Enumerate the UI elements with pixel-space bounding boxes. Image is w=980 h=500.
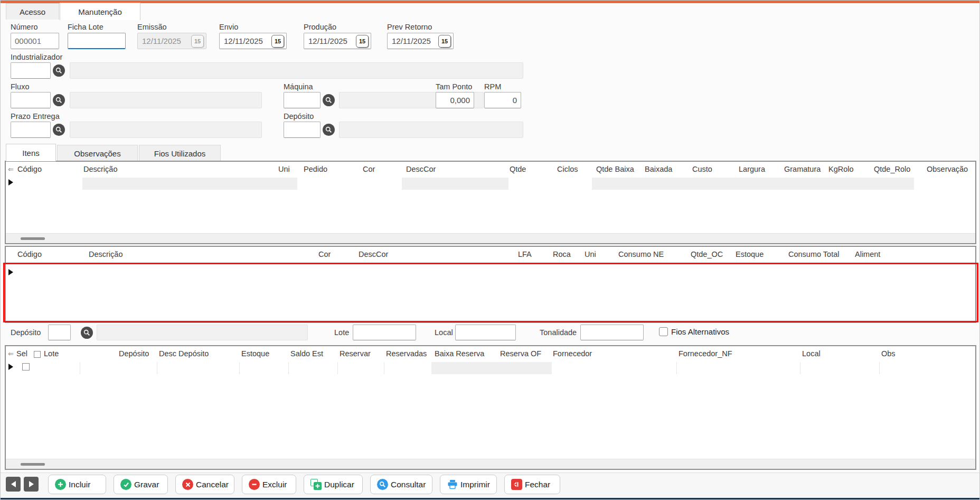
fluxo-search-icon[interactable] <box>53 94 65 106</box>
col-uni[interactable]: Uni <box>278 165 290 173</box>
col-desccor[interactable]: DescCor <box>406 165 436 173</box>
maquina-search-icon[interactable] <box>323 94 335 106</box>
col-obs[interactable]: Obs <box>881 349 896 358</box>
maquina-code-field[interactable] <box>284 92 321 108</box>
col-ciclos[interactable]: Ciclos <box>557 165 578 173</box>
col-fios-cor[interactable]: Cor <box>318 250 331 258</box>
grid-reservas-hscrollbar-thumb[interactable] <box>21 463 45 466</box>
deposito-code-field[interactable] <box>284 122 321 138</box>
envio-field[interactable]: 12/11/2025 15 <box>219 33 287 49</box>
industrializador-search-icon[interactable] <box>53 64 65 77</box>
col-res-desc-deposito[interactable]: Desc Depósito <box>159 349 209 358</box>
grid-reservas[interactable]: ⇐ Sel Lote Depósito Desc Depósito Estoqu… <box>5 345 976 470</box>
lote-field[interactable] <box>353 325 416 340</box>
tonalidade-field[interactable] <box>580 325 644 340</box>
imprimir-button[interactable]: Imprimir <box>440 475 497 494</box>
consultar-button[interactable]: Consultar <box>370 475 432 494</box>
emissao-field: 12/11/2025 15 <box>137 33 206 49</box>
duplicar-button[interactable]: Duplicar <box>304 475 363 494</box>
grid-reservas-hscrollbar[interactable] <box>6 459 975 469</box>
prazo-entrega-search-icon[interactable] <box>53 124 65 136</box>
fechar-button[interactable]: Fechar <box>504 475 560 494</box>
col-fios-qtde-oc[interactable]: Qtde_OC <box>691 250 723 258</box>
col-custo[interactable]: Custo <box>692 165 712 173</box>
col-reservar[interactable]: Reservar <box>340 349 371 358</box>
grid-line <box>239 362 240 374</box>
producao-calendar-icon[interactable]: 15 <box>356 35 369 48</box>
col-gramatura[interactable]: Gramatura <box>784 165 821 173</box>
col-codigo[interactable]: Código <box>17 165 42 173</box>
col-fios-consumo-total[interactable]: Consumo Total <box>788 250 839 258</box>
producao-field[interactable]: 12/11/2025 15 <box>304 33 371 49</box>
col-qtde-rolo[interactable]: Qtde_Rolo <box>874 165 910 173</box>
ficha-lote-field[interactable] <box>68 33 126 49</box>
grid-itens-hscrollbar-thumb[interactable] <box>21 237 45 240</box>
cancelar-button[interactable]: Cancelar <box>175 475 234 494</box>
grid-itens-hscrollbar[interactable] <box>6 233 975 243</box>
col-res-estoque[interactable]: Estoque <box>241 349 269 358</box>
col-fios-uni[interactable]: Uni <box>585 250 596 258</box>
emissao-calendar-icon: 15 <box>191 35 204 48</box>
col-sel[interactable]: Sel <box>16 349 27 358</box>
col-fios-lfa[interactable]: LFA <box>518 250 532 258</box>
col-baixa-reserva[interactable]: Baixa Reserva <box>435 349 484 358</box>
next-record-button[interactable] <box>24 477 39 492</box>
col-fios-consumo-ne[interactable]: Consumo NE <box>618 250 664 258</box>
prev-retorno-field[interactable]: 12/11/2025 15 <box>387 33 454 49</box>
reserva-deposito-search-icon[interactable] <box>81 327 93 339</box>
select-all-checkbox[interactable] <box>34 351 41 358</box>
col-res-lote[interactable]: Lote <box>44 349 59 358</box>
col-fornecedor[interactable]: Fornecedor <box>553 349 592 358</box>
grid-line <box>157 362 157 374</box>
col-qtde[interactable]: Qtde <box>510 165 526 173</box>
col-fornecedor-nf[interactable]: Fornecedor_NF <box>679 349 732 358</box>
col-fios-roca[interactable]: Roca <box>553 250 571 258</box>
fios-alternativos-checkbox[interactable] <box>659 327 668 336</box>
reserva-deposito-description-field <box>97 325 308 340</box>
grid-line <box>80 362 80 374</box>
tab-itens[interactable]: Itens <box>6 144 56 161</box>
tab-manutencao[interactable]: Manutenção <box>60 3 140 20</box>
tab-observacoes[interactable]: Observações <box>57 145 138 161</box>
col-fios-estoque[interactable]: Estoque <box>736 250 764 258</box>
numero-field[interactable] <box>11 33 59 49</box>
col-cor[interactable]: Cor <box>363 165 375 173</box>
reserva-deposito-code-field[interactable] <box>48 325 71 340</box>
industrializador-code-field[interactable] <box>11 62 51 79</box>
prazo-entrega-label: Prazo Entrega <box>11 112 60 121</box>
consultar-label: Consultar <box>391 480 426 489</box>
envio-calendar-icon[interactable]: 15 <box>271 35 284 48</box>
col-baixada[interactable]: Baixada <box>645 165 672 173</box>
col-fios-aliment[interactable]: Aliment <box>855 250 880 258</box>
col-descricao[interactable]: Descrição <box>83 165 117 173</box>
col-kgrolo[interactable]: KgRolo <box>828 165 854 173</box>
tam-ponto-field[interactable] <box>436 92 474 108</box>
rpm-field[interactable] <box>484 92 521 108</box>
tab-acesso[interactable]: Acesso <box>6 3 59 20</box>
deposito-search-icon[interactable] <box>323 124 335 136</box>
grid-itens[interactable]: ⇐ Código Descrição Uni Pedido Cor DescCo… <box>5 161 976 244</box>
envio-value: 12/11/2025 <box>224 36 263 45</box>
col-res-deposito[interactable]: Depósito <box>119 349 149 358</box>
tab-fios-utilizados[interactable]: Fios Utilizados <box>139 145 221 161</box>
incluir-button[interactable]: Incluir <box>48 475 106 494</box>
col-reservadas[interactable]: Reservadas <box>386 349 427 358</box>
excluir-button[interactable]: Excluir <box>242 475 296 494</box>
col-qtde-baixa[interactable]: Qtde Baixa <box>596 165 634 173</box>
col-saldo-est[interactable]: Saldo Est <box>290 349 323 358</box>
fluxo-code-field[interactable] <box>11 92 51 108</box>
prazo-entrega-code-field[interactable] <box>11 122 51 138</box>
prev-retorno-calendar-icon[interactable]: 15 <box>438 35 451 48</box>
col-pedido[interactable]: Pedido <box>304 165 327 173</box>
col-fios-descricao[interactable]: Descrição <box>89 250 123 258</box>
col-res-local[interactable]: Local <box>802 349 821 358</box>
row-select-checkbox[interactable] <box>22 363 30 371</box>
prev-record-button[interactable] <box>6 477 21 492</box>
local-field[interactable] <box>455 325 516 340</box>
col-observacao[interactable]: Observação <box>927 165 968 173</box>
col-reserva-of[interactable]: Reserva OF <box>500 349 541 358</box>
col-fios-desccor[interactable]: DescCor <box>359 250 388 258</box>
col-largura[interactable]: Largura <box>739 165 765 173</box>
col-fios-codigo[interactable]: Código <box>17 250 42 258</box>
gravar-button[interactable]: Gravar <box>114 475 168 494</box>
